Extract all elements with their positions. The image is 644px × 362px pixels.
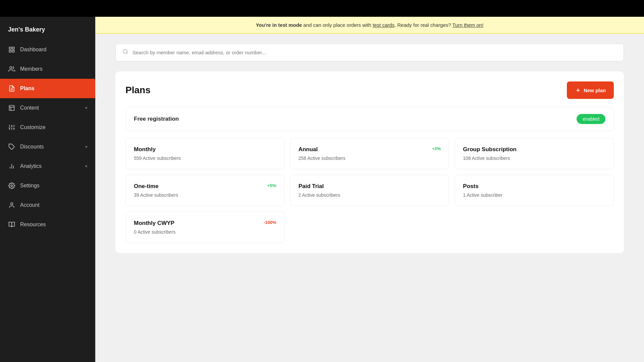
brand-name: Jen's Bakery [8,26,45,33]
search-bar [115,44,624,61]
plan-badge-monthly-cwyp: -100% [264,220,276,225]
plan-subs-group: 108 Active subscribers [463,156,605,161]
sidebar-label-discounts: Discounts [20,144,80,150]
plan-subs-annual: 258 Active subscribers [299,156,441,161]
plan-name-posts: Posts [463,183,478,190]
sidebar-item-customize[interactable]: Customize [0,118,95,137]
settings-icon [8,182,15,189]
sidebar-label-account: Account [20,202,87,208]
main-content: You're in test mode and can only place o… [95,17,644,362]
users-icon [8,65,15,73]
plan-name-group: Group Subscription [463,146,517,153]
svg-point-23 [123,49,127,53]
plans-header: Plans ＋ New plan [125,81,614,99]
plan-subs-onetime: 39 Active subscribers [134,192,276,198]
plus-icon: ＋ [575,86,581,94]
plan-subs-paid-trial: 2 Active subscribers [299,192,441,198]
sidebar-item-account[interactable]: Account [0,195,95,215]
sidebar-label-analytics: Analytics [20,163,80,169]
plan-name-onetime: One-time [134,183,159,190]
free-registration-row[interactable]: Free registration enabled [125,107,614,131]
plan-card-annual[interactable]: Annual +2% 258 Active subscribers [290,138,449,169]
sidebar-label-resources: Resources [20,222,87,228]
plan-card-onetime[interactable]: One-time +5% 39 Active subscribers [125,175,285,206]
svg-point-22 [11,203,13,205]
plan-name-monthly-cwyp: Monthly CWYP [134,220,174,227]
plan-name-monthly: Monthly [134,146,156,153]
new-plan-button[interactable]: ＋ New plan [567,81,614,99]
test-mode-banner: You're in test mode and can only place o… [95,17,644,34]
sidebar-label-members: Members [20,66,87,72]
sidebar-item-analytics[interactable]: Analytics ▾ [0,157,95,176]
top-bar [0,0,644,17]
sidebar-item-content[interactable]: Content ▾ [0,98,95,118]
brand: Jen's Bakery [0,17,95,40]
chevron-down-icon-discounts: ▾ [85,144,87,149]
svg-rect-7 [9,106,14,111]
plan-subs-monthly: 559 Active subscribers [134,156,276,161]
sliders-icon [8,124,15,131]
svg-rect-1 [12,47,14,49]
plan-name-annual: Annual [299,146,318,153]
plan-name-paid-trial: Paid Trial [299,183,324,190]
sidebar-item-dashboard[interactable]: Dashboard [0,40,95,59]
search-input[interactable] [132,50,617,55]
turn-them-on-link[interactable]: Turn them on! [452,22,483,28]
free-registration-label: Free registration [134,116,179,122]
plan-card-group[interactable]: Group Subscription 108 Active subscriber… [454,138,614,169]
book-open-icon [8,221,15,228]
file-text-icon [8,85,15,92]
sidebar-item-members[interactable]: Members [0,59,95,79]
chevron-down-icon-analytics: ▾ [85,164,87,169]
svg-rect-3 [9,50,11,52]
sidebar-item-resources[interactable]: Resources [0,215,95,234]
svg-line-24 [126,53,127,54]
tag-icon [8,143,15,150]
plans-section: Plans ＋ New plan Free registration enabl… [115,71,624,253]
enabled-badge: enabled [577,114,605,124]
banner-middle: . Ready for real charges? [394,22,452,28]
sidebar: Jen's Bakery Dashboard Members Plans [0,17,95,362]
banner-suffix: and can only place orders with [302,22,373,28]
plan-card-monthly[interactable]: Monthly 559 Active subscribers [125,138,285,169]
user-icon [8,201,15,209]
new-plan-label: New plan [584,87,606,93]
sidebar-label-content: Content [20,105,80,111]
test-cards-link[interactable]: test cards [373,22,394,28]
sidebar-nav: Dashboard Members Plans Content ▾ [0,40,95,362]
sidebar-item-discounts[interactable]: Discounts ▾ [0,137,95,157]
plan-badge-onetime: +5% [267,183,276,188]
search-icon [122,49,128,56]
content-area: Plans ＋ New plan Free registration enabl… [95,34,644,362]
chevron-down-icon: ▾ [85,106,87,110]
bar-chart-icon [8,163,15,170]
sidebar-label-plans: Plans [20,85,87,92]
grid-icon [8,46,15,53]
sidebar-label-customize: Customize [20,124,87,130]
plans-grid: Monthly 559 Active subscribers Annual +2… [125,138,614,243]
plan-card-monthly-cwyp[interactable]: Monthly CWYP -100% 0 Active subscribers [125,212,285,243]
plan-badge-annual: +2% [432,146,441,151]
layout-icon [8,104,15,112]
svg-point-4 [10,67,12,69]
sidebar-label-settings: Settings [20,183,87,189]
sidebar-item-settings[interactable]: Settings [0,176,95,195]
svg-point-21 [11,185,13,187]
plan-subs-monthly-cwyp: 0 Active subscribers [134,229,276,235]
sidebar-label-dashboard: Dashboard [20,47,87,53]
svg-rect-0 [9,47,11,49]
sidebar-item-plans[interactable]: Plans [0,79,95,98]
test-mode-text: You're in test mode [256,22,302,28]
plans-title: Plans [125,85,151,96]
plan-subs-posts: 1 Active subscriber [463,192,605,198]
plan-card-paid-trial[interactable]: Paid Trial 2 Active subscribers [290,175,449,206]
svg-rect-2 [12,50,14,52]
plan-card-posts[interactable]: Posts 1 Active subscriber [454,175,614,206]
